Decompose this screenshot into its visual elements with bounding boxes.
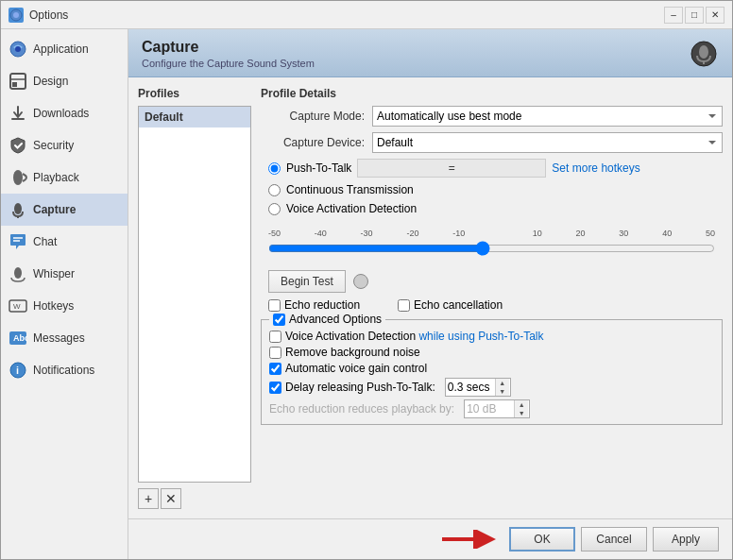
profile-item-default[interactable]: Default <box>139 107 250 127</box>
svg-point-9 <box>14 203 22 214</box>
echo-increment[interactable]: ▲ <box>515 400 528 409</box>
echo-reduction-input[interactable] <box>467 402 514 416</box>
echo-reduction-spinbox[interactable]: ▲ ▼ <box>464 399 530 418</box>
main-content: Application Design <box>1 29 732 559</box>
remove-bg-label[interactable]: Remove background noise <box>285 346 420 359</box>
sidebar-item-whisper[interactable]: Whisper <box>1 258 128 290</box>
sidebar-label-capture: Capture <box>33 203 76 216</box>
begin-test-button[interactable]: Begin Test <box>268 270 346 293</box>
delay-decrement[interactable]: ▼ <box>496 387 509 396</box>
sidebar-item-chat[interactable]: Chat <box>1 226 128 258</box>
vad-radio[interactable] <box>268 203 281 215</box>
main-panel: Capture Configure the Capture Sound Syst… <box>128 29 732 559</box>
delay-increment[interactable]: ▲ <box>496 379 509 387</box>
echo-cancellation-checkbox[interactable] <box>398 299 410 312</box>
echo-cancellation-label[interactable]: Echo cancellation <box>414 298 503 312</box>
echo-spinbox-arrows: ▲ ▼ <box>514 400 528 417</box>
sidebar-item-messages[interactable]: Abc Messages <box>1 322 128 354</box>
profiles-panel: Profiles Default + ✕ <box>138 87 251 509</box>
advanced-content: Voice Activation Detection while using P… <box>269 330 714 418</box>
sidebar-item-notifications[interactable]: i Notifications <box>1 354 128 386</box>
ok-button[interactable]: OK <box>509 527 575 552</box>
sidebar-label-whisper: Whisper <box>33 267 75 280</box>
delay-label[interactable]: Delay releasing Push-To-Talk: <box>285 381 435 394</box>
vad-ptt-label: Voice Activation Detection <box>285 330 416 343</box>
sidebar-label-chat: Chat <box>33 235 57 248</box>
echo-reduction-label[interactable]: Echo reduction <box>284 298 360 312</box>
remove-bg-checkbox[interactable] <box>269 347 281 359</box>
echo-reduction-checkbox[interactable] <box>268 299 281 312</box>
continuous-row: Continuous Transmission <box>261 183 723 196</box>
echo-reduction-label2: Echo reduction reduces playback by: <box>269 402 454 416</box>
close-button[interactable]: ✕ <box>706 7 724 24</box>
hotkeys-icon: W <box>9 297 27 315</box>
whisper-icon <box>9 264 27 283</box>
capture-device-select[interactable]: Default <box>372 132 723 153</box>
svg-rect-7 <box>11 118 25 120</box>
capture-device-label: Capture Device: <box>261 136 365 149</box>
panel-header-left: Capture Configure the Capture Sound Syst… <box>142 39 689 69</box>
downloads-icon <box>9 104 27 123</box>
vad-ptt-checkbox[interactable] <box>269 331 281 343</box>
apply-button[interactable]: Apply <box>653 527 719 552</box>
echo-checkboxes-row: Echo reduction Echo cancellation <box>261 298 723 312</box>
window-icon <box>9 8 24 23</box>
delay-spinbox[interactable]: ▲ ▼ <box>445 378 511 397</box>
remove-bg-row: Remove background noise <box>269 346 714 359</box>
sidebar-item-downloads[interactable]: Downloads <box>1 97 128 129</box>
echo-reduction-row: Echo reduction <box>268 298 360 312</box>
vad-ptt-row: Voice Activation Detection while using P… <box>269 330 714 343</box>
options-window: Options – □ ✕ Application <box>0 0 733 560</box>
minimize-button[interactable]: – <box>664 7 683 24</box>
profile-details-label: Profile Details <box>261 87 723 100</box>
maximize-button[interactable]: □ <box>685 7 704 24</box>
push-to-talk-radio[interactable] <box>268 162 281 175</box>
vad-row: Voice Activation Detection <box>261 202 723 215</box>
voice-slider[interactable] <box>268 240 715 257</box>
security-icon <box>9 136 27 155</box>
svg-point-8 <box>13 170 23 185</box>
sidebar-item-design[interactable]: Design <box>1 65 128 97</box>
auto-gain-checkbox[interactable] <box>269 363 281 375</box>
set-hotkeys-link[interactable]: Set more hotkeys <box>552 161 639 175</box>
advanced-options-group: Advanced Options Voice Activation Detect… <box>261 319 723 425</box>
profiles-list[interactable]: Default <box>138 106 251 483</box>
sidebar-item-hotkeys[interactable]: W Hotkeys <box>1 290 128 322</box>
notifications-icon: i <box>9 361 27 380</box>
slider-track[interactable] <box>268 240 715 257</box>
push-to-talk-row: Push-To-Talk Set more hotkeys <box>261 159 723 178</box>
arrow-indicator <box>437 530 503 549</box>
sidebar-label-design: Design <box>33 75 68 88</box>
advanced-options-label[interactable]: Advanced Options <box>289 313 382 326</box>
playback-icon <box>9 168 27 187</box>
panel-body: Profiles Default + ✕ Profile Details Cap… <box>128 77 732 518</box>
sidebar-item-playback[interactable]: Playback <box>1 161 128 194</box>
add-profile-button[interactable]: + <box>138 488 159 509</box>
delay-input[interactable] <box>448 381 495 394</box>
window-title: Options <box>29 8 664 22</box>
capture-mode-label: Capture Mode: <box>261 110 365 123</box>
remove-profile-button[interactable]: ✕ <box>161 488 181 509</box>
continuous-label[interactable]: Continuous Transmission <box>286 183 414 196</box>
delay-row: Delay releasing Push-To-Talk: ▲ ▼ <box>269 378 714 397</box>
continuous-radio[interactable] <box>268 184 281 196</box>
sidebar-item-security[interactable]: Security <box>1 129 128 161</box>
titlebar-buttons: – □ ✕ <box>664 7 724 24</box>
capture-mode-select[interactable]: Automatically use best mode <box>372 106 723 127</box>
sidebar-label-application: Application <box>33 42 89 56</box>
sidebar-item-application[interactable]: Application <box>1 33 128 65</box>
vad-label[interactable]: Voice Activation Detection <box>286 202 417 215</box>
sidebar-item-capture[interactable]: Capture <box>1 194 128 226</box>
auto-gain-label[interactable]: Automatic voice gain control <box>285 362 427 375</box>
cancel-button[interactable]: Cancel <box>581 527 647 552</box>
titlebar: Options – □ ✕ <box>1 1 732 29</box>
capture-device-row: Capture Device: Default <box>261 132 723 153</box>
hotkey-input[interactable] <box>357 159 546 178</box>
delay-ptt-checkbox[interactable] <box>269 382 281 394</box>
advanced-options-checkbox[interactable] <box>273 314 285 326</box>
panel-header: Capture Configure the Capture Sound Syst… <box>128 29 732 77</box>
profiles-actions: + ✕ <box>138 488 251 509</box>
echo-decrement[interactable]: ▼ <box>515 409 528 417</box>
echo-reduction-db-row: Echo reduction reduces playback by: ▲ ▼ <box>269 399 714 418</box>
push-to-talk-label[interactable]: Push-To-Talk <box>286 161 351 175</box>
